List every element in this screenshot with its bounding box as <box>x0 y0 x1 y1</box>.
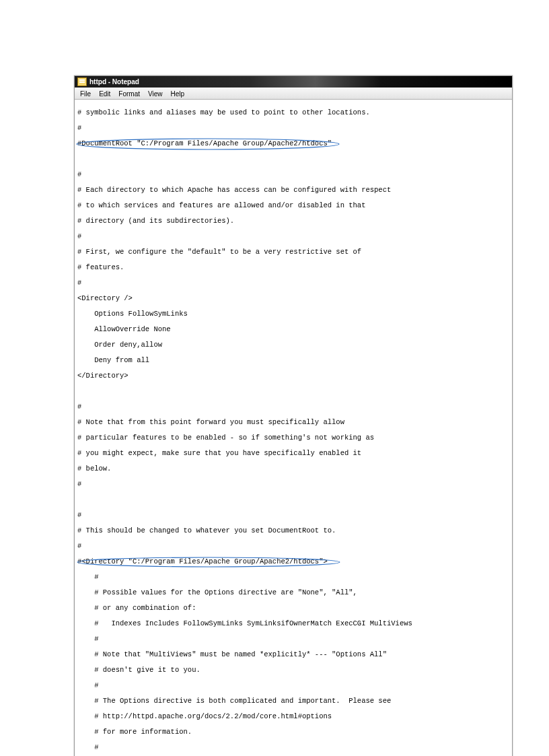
text-line: #<Directory "C:/Program Files/Apache Gro… <box>77 558 509 566</box>
text-line: # Note that from this point forward you … <box>77 419 509 427</box>
menu-help[interactable]: Help <box>167 90 189 98</box>
text-line: # <box>77 543 509 551</box>
text-line: # <box>77 171 509 179</box>
text-line: <Directory /> <box>77 295 509 303</box>
text-line: # you might expect, make sure that you h… <box>77 450 509 458</box>
text-line: # symbolic links and aliases may be used… <box>77 109 509 117</box>
menu-file[interactable]: File <box>76 90 95 98</box>
text-line: # First, we configure the "default" to b… <box>77 248 509 256</box>
text-line: # Each directory to which Apache has acc… <box>77 186 509 195</box>
text-line: # directory (and its subdirectories). <box>77 217 509 226</box>
window-title: httpd - Notepad <box>89 78 139 85</box>
text-line: # <box>77 279 509 287</box>
text-line <box>77 496 509 504</box>
text-line: </Directory> <box>77 372 509 380</box>
text-line: # <box>77 635 509 644</box>
text-line: # features. <box>77 264 509 272</box>
text-line: # <box>77 682 509 690</box>
notepad-window: httpd - Notepad File Edit Format View He… <box>74 75 513 756</box>
text-line: # <box>77 481 509 489</box>
text-line: # doesn't give it to you. <box>77 666 509 675</box>
text-line: # Note that "MultiViews" must be named *… <box>77 651 509 659</box>
text-line: # below. <box>77 465 509 473</box>
text-line: # <box>77 233 509 241</box>
notepad-file-icon <box>77 77 87 86</box>
text-line: AllowOverride None <box>77 326 509 334</box>
text-line: # <box>77 744 509 752</box>
text-line: # Indexes Includes FollowSymLinks SymLin… <box>77 620 509 628</box>
text-line: # to which services and features are all… <box>77 202 509 210</box>
text-line: # <box>77 403 509 411</box>
text-line: #DocumentRoot "C:/Program Files/Apache G… <box>77 140 509 148</box>
text-line <box>77 156 509 164</box>
text-line: # particular features to be enabled - so… <box>77 434 509 442</box>
text-line: # <box>77 512 509 520</box>
text-line: # or any combination of: <box>77 605 509 613</box>
text-line: Options FollowSymLinks <box>77 310 509 318</box>
text-line: # Possible values for the Options direct… <box>77 589 509 597</box>
text-line: Order deny,allow <box>77 341 509 349</box>
menu-format[interactable]: Format <box>114 90 144 98</box>
text-line: # for more information. <box>77 728 509 736</box>
menu-view[interactable]: View <box>144 90 167 98</box>
text-line: # http://httpd.apache.org/docs/2.2/mod/c… <box>77 713 509 721</box>
menu-edit[interactable]: Edit <box>95 90 114 98</box>
text-line <box>77 388 509 396</box>
menu-bar: File Edit Format View Help <box>75 88 512 100</box>
text-line: # <box>77 574 509 582</box>
text-line: # The Options directive is both complica… <box>77 697 509 706</box>
window-titlebar[interactable]: httpd - Notepad <box>75 76 512 88</box>
text-line: # <box>77 125 509 133</box>
text-line: # This should be changed to whatever you… <box>77 527 509 535</box>
text-editor-area[interactable]: # symbolic links and aliases may be used… <box>75 100 512 756</box>
text-line: Deny from all <box>77 357 509 365</box>
